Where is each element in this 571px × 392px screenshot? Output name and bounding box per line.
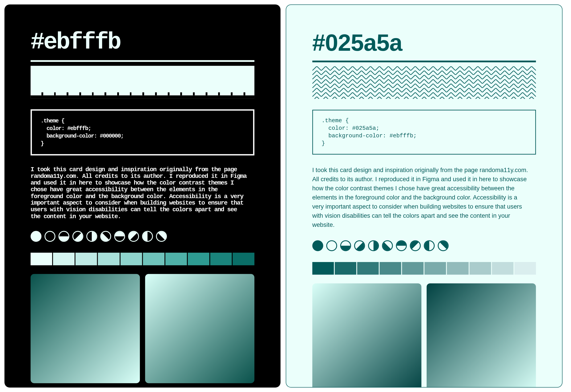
color-swatch: [233, 253, 254, 265]
color-swatch: [492, 262, 513, 275]
color-swatch: [120, 253, 142, 265]
color-swatch: [143, 253, 164, 265]
circle-full-icon: [312, 240, 323, 251]
color-swatch: [425, 262, 446, 275]
color-swatch: [98, 253, 120, 265]
color-card-right: #025a5a .theme { color: #025a5a; backgro…: [286, 4, 563, 388]
circle-full-icon: [30, 231, 42, 242]
color-swatch: [357, 262, 379, 275]
color-swatch: [188, 253, 209, 265]
color-swatch: [312, 262, 334, 275]
color-swatch: [335, 262, 356, 275]
circle-half-top-icon: [396, 240, 407, 251]
circle-empty-icon: [44, 231, 56, 242]
circle-half-right-icon: [368, 240, 379, 251]
circle-half-left-icon: [424, 240, 435, 251]
circle-empty-icon: [326, 240, 337, 251]
circle-icons-row: [30, 231, 254, 242]
color-swatch: [380, 262, 401, 275]
circle-diag-tr-icon: [128, 231, 139, 242]
color-swatch: [53, 253, 75, 265]
color-card-left: #ebfffb .theme { color: #ebfffb; backgro…: [4, 4, 280, 388]
circle-half-right-icon: [86, 231, 97, 242]
pattern-band: [312, 66, 536, 99]
circle-diag-tr-icon: [410, 240, 421, 251]
circle-half-bottom-icon: [58, 231, 69, 242]
gradient-preview: [145, 274, 254, 383]
gradient-row: [312, 283, 536, 388]
swatch-row: [312, 262, 536, 275]
circle-diag-br-icon: [73, 231, 83, 242]
circle-diag-tl-icon: [438, 240, 449, 251]
divider-rule: [312, 61, 536, 62]
gradient-preview: [312, 283, 421, 388]
gradient-preview: [427, 283, 536, 388]
svg-rect-0: [312, 66, 536, 99]
color-swatch: [469, 262, 491, 275]
color-swatch: [210, 253, 232, 265]
card-title: #ebfffb: [30, 30, 254, 54]
circle-half-top-icon: [114, 231, 125, 242]
color-swatch: [402, 262, 424, 275]
circle-diag-tl-icon: [156, 231, 167, 242]
color-swatch: [165, 253, 187, 265]
color-swatch: [447, 262, 469, 275]
divider-rule: [30, 60, 254, 62]
circle-half-left-icon: [142, 231, 153, 242]
theme-code-block: .theme { color: #025a5a; background-colo…: [312, 110, 536, 155]
circle-diag-bl-icon: [100, 231, 111, 242]
circle-icons-row: [312, 240, 536, 251]
swatch-row: [30, 253, 254, 265]
color-swatch: [75, 253, 97, 265]
circle-diag-bl-icon: [382, 240, 393, 251]
description-paragraph: I took this card design and inspiration …: [312, 166, 530, 229]
card-title: #025a5a: [312, 31, 536, 55]
pattern-band: [30, 66, 254, 98]
theme-code-block: .theme { color: #ebfffb; background-colo…: [30, 109, 254, 156]
gradient-row: [30, 274, 254, 383]
color-swatch: [30, 253, 52, 265]
gradient-preview: [30, 274, 140, 383]
circle-diag-br-icon: [354, 240, 365, 251]
color-swatch: [514, 262, 536, 275]
circle-half-bottom-icon: [340, 240, 351, 251]
description-paragraph: I took this card design and inspiration …: [30, 166, 248, 220]
